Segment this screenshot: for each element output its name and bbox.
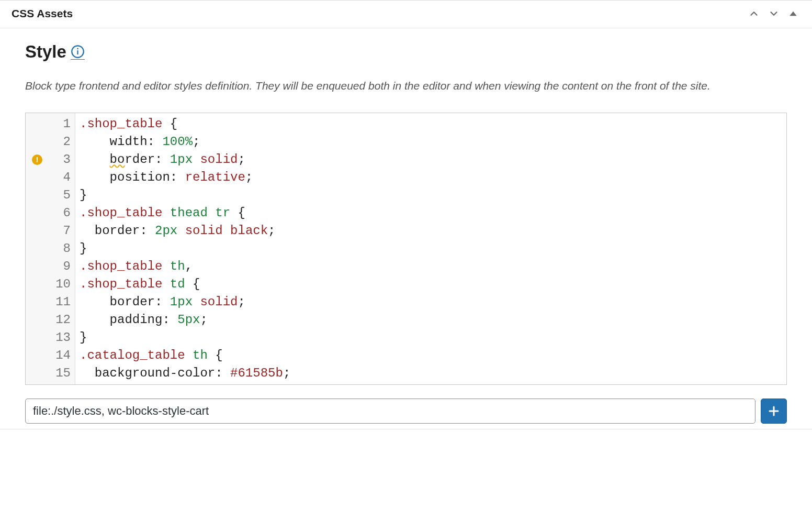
gutter-line: 7 bbox=[26, 222, 72, 240]
code-editor[interactable]: 12!3456789101112131415 .shop_table { wid… bbox=[25, 113, 787, 385]
code-line[interactable]: } bbox=[80, 240, 782, 258]
gutter-line: 11 bbox=[26, 293, 72, 311]
collapse-button[interactable] bbox=[786, 6, 800, 21]
gutter-line: 12 bbox=[26, 311, 72, 329]
gutter-line: 13 bbox=[26, 329, 72, 347]
gutter-line: 2 bbox=[26, 133, 72, 151]
gutter-line: 8 bbox=[26, 240, 72, 258]
asset-path-input[interactable] bbox=[25, 399, 755, 424]
section-title: Style bbox=[25, 42, 66, 62]
panel-content: Style Block type frontend and editor sty… bbox=[0, 28, 812, 429]
editor-gutter: 12!3456789101112131415 bbox=[26, 113, 75, 384]
gutter-line: 1 bbox=[26, 115, 72, 133]
gutter-line: !3 bbox=[26, 151, 72, 169]
info-icon[interactable] bbox=[71, 45, 85, 60]
section-header: Style bbox=[25, 42, 787, 62]
editor-code-area[interactable]: .shop_table { width: 100%; border: 1px s… bbox=[75, 113, 786, 384]
code-line[interactable]: } bbox=[80, 186, 782, 204]
warning-icon[interactable]: ! bbox=[32, 154, 42, 165]
add-asset-button[interactable] bbox=[761, 399, 787, 424]
panel-title: CSS Assets bbox=[12, 7, 73, 20]
section-description: Block type frontend and editor styles de… bbox=[25, 76, 787, 96]
code-line[interactable]: border: 2px solid black; bbox=[80, 222, 782, 240]
code-line[interactable]: padding: 5px; bbox=[80, 311, 782, 329]
gutter-line: 15 bbox=[26, 364, 72, 382]
code-line[interactable]: width: 100%; bbox=[80, 133, 782, 151]
gutter-line: 9 bbox=[26, 258, 72, 275]
asset-row bbox=[25, 399, 787, 424]
gutter-line: 5 bbox=[26, 186, 72, 204]
code-line[interactable]: .shop_table { bbox=[80, 115, 782, 133]
code-line[interactable]: .shop_table thead tr { bbox=[80, 204, 782, 222]
code-line[interactable]: border: 1px solid; bbox=[80, 151, 782, 169]
code-line[interactable]: .shop_table th, bbox=[80, 258, 782, 275]
gutter-line: 14 bbox=[26, 347, 72, 364]
css-assets-panel: CSS Assets Style Block type frontend and… bbox=[0, 0, 812, 429]
gutter-line: 4 bbox=[26, 169, 72, 186]
code-line[interactable]: border: 1px solid; bbox=[80, 293, 782, 311]
panel-controls bbox=[746, 6, 800, 21]
gutter-line: 10 bbox=[26, 275, 72, 293]
move-up-button[interactable] bbox=[746, 6, 762, 21]
code-line[interactable]: } bbox=[80, 329, 782, 347]
gutter-line: 6 bbox=[26, 204, 72, 222]
code-line[interactable]: background-color: #61585b; bbox=[80, 364, 782, 382]
panel-header: CSS Assets bbox=[0, 1, 812, 28]
code-line[interactable]: position: relative; bbox=[80, 169, 782, 186]
code-line[interactable]: .shop_table td { bbox=[80, 275, 782, 293]
svg-point-2 bbox=[77, 48, 78, 49]
move-down-button[interactable] bbox=[766, 6, 782, 21]
code-line[interactable]: .catalog_table th { bbox=[80, 347, 782, 364]
